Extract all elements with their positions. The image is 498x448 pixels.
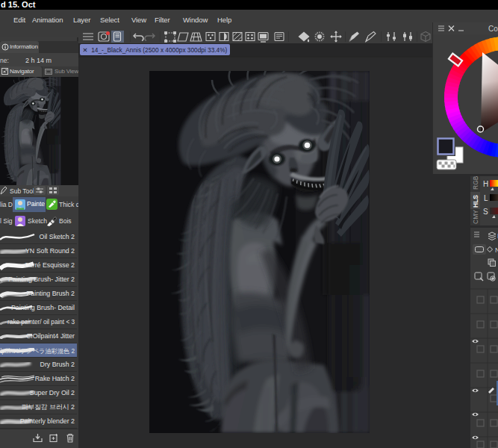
svg-text:Col: Col xyxy=(488,25,498,33)
svg-text:L: L xyxy=(484,194,488,202)
svg-text:H: H xyxy=(483,180,488,188)
svg-text:N: N xyxy=(495,246,498,254)
svg-text:S: S xyxy=(483,208,488,216)
svg-text:CMY: CMY xyxy=(472,210,479,224)
svg-text:HLS: HLS xyxy=(472,195,479,208)
svg-text:RGB: RGB xyxy=(472,176,479,190)
